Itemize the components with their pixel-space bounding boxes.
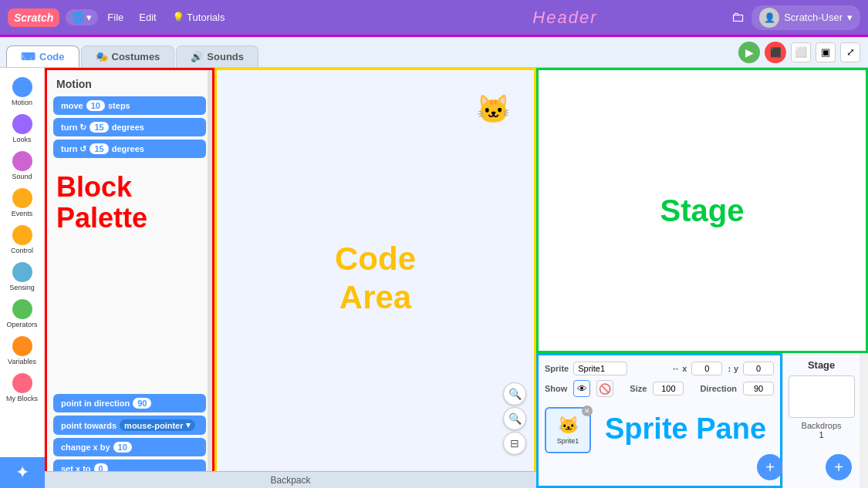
- globe-icon: 🌐: [72, 12, 84, 23]
- bulb-icon: 💡: [172, 12, 184, 23]
- add-backdrop-button[interactable]: +: [826, 454, 852, 480]
- looks-label: Looks: [12, 136, 31, 143]
- costumes-icon: 🎭: [96, 51, 108, 62]
- extension-button[interactable]: ✦: [0, 457, 45, 488]
- sidebar-item-motion[interactable]: Motion: [2, 74, 43, 109]
- sprite-pane: Sprite ↔ x ↕ y Show 👁 🚫 Size: [536, 353, 782, 488]
- edit-menu[interactable]: Edit: [133, 8, 162, 26]
- stage-panel: Stage Backdrops 1 +: [782, 353, 860, 488]
- myblocks-label: My Blocks: [6, 395, 38, 402]
- category-sidebar: Motion Looks Sound Events Control Sensin…: [0, 68, 45, 488]
- show-label: Show: [545, 384, 567, 393]
- sidebar-item-sound[interactable]: Sound: [2, 148, 43, 183]
- palette-scrollbar[interactable]: [208, 70, 212, 486]
- tab-sounds[interactable]: 🔊 Sounds: [176, 45, 258, 67]
- sprite-icon: 🐱: [476, 93, 511, 126]
- view-medium-button[interactable]: ▣: [816, 42, 836, 62]
- sprite-cat-icon: 🐱: [558, 416, 579, 436]
- y-label: ↕ y: [727, 364, 738, 373]
- view-small-button[interactable]: ⬜: [791, 42, 811, 62]
- control-dot: [12, 225, 32, 245]
- sprite-label: Sprite: [545, 364, 569, 373]
- block-point-direction[interactable]: point in direction 90: [53, 394, 206, 412]
- tab-costumes[interactable]: 🎭 Costumes: [81, 45, 175, 67]
- x-label: ↔ x: [671, 364, 687, 373]
- sidebar-item-variables[interactable]: Variables: [2, 333, 43, 369]
- scratch-logo[interactable]: Scratch: [8, 8, 59, 27]
- myblocks-dot: [12, 373, 32, 393]
- file-menu[interactable]: File: [101, 8, 130, 26]
- sprite-thumb-label: Sprite1: [557, 437, 579, 445]
- variables-label: Variables: [8, 358, 36, 365]
- sidebar-item-operators[interactable]: Operators: [2, 296, 43, 332]
- zoom-out-button[interactable]: 🔍: [503, 407, 526, 430]
- size-label: Size: [630, 384, 647, 393]
- stop-button[interactable]: ⬛: [765, 42, 786, 63]
- sidebar-item-control[interactable]: Control: [2, 222, 43, 257]
- operators-dot: [12, 299, 32, 319]
- show-row: Show 👁 🚫 Size Direction: [545, 380, 774, 397]
- add-sprite-button[interactable]: +: [757, 454, 783, 480]
- header-title: Header: [399, 8, 731, 28]
- motion-label: Motion: [12, 99, 32, 106]
- sprite-name-input[interactable]: [573, 362, 627, 375]
- code-icon: ⌨: [21, 51, 35, 62]
- fullscreen-button[interactable]: ⤢: [840, 42, 860, 62]
- size-input[interactable]: [653, 382, 684, 395]
- zoom-controls: 🔍 🔍 ⊟: [503, 382, 526, 455]
- header-nav: 🌐 ▾ File Edit 💡 Tutorials: [66, 8, 398, 26]
- direction-input[interactable]: [743, 382, 774, 395]
- sprite-pane-big-label: Sprite Pane: [597, 405, 774, 453]
- code-area[interactable]: 🐱 Code Area 🔍 🔍 ⊟: [214, 68, 536, 488]
- sensing-dot: [12, 262, 32, 282]
- header: Scratch 🌐 ▾ File Edit 💡 Tutorials Header…: [0, 0, 868, 37]
- sounds-icon: 🔊: [191, 51, 203, 62]
- chevron-down-icon: ▾: [847, 12, 853, 23]
- stage-panel-label: Stage: [808, 359, 835, 371]
- sidebar-item-looks[interactable]: Looks: [2, 111, 43, 146]
- tutorials-button[interactable]: 💡 Tutorials: [166, 8, 231, 26]
- sidebar-item-events[interactable]: Events: [2, 185, 43, 220]
- green-flag-button[interactable]: ▶: [738, 42, 760, 63]
- zoom-reset-button[interactable]: ⊟: [503, 432, 526, 455]
- backpack-label: Backpack: [270, 475, 310, 486]
- block-point-towards[interactable]: point towards mouse-pointer ▾: [53, 416, 206, 435]
- block-turn-cw[interactable]: turn ↻ 15 degrees: [53, 118, 206, 136]
- x-input[interactable]: [691, 362, 722, 375]
- show-visible-button[interactable]: 👁: [573, 380, 590, 397]
- sidebar-item-myblocks[interactable]: My Blocks: [2, 370, 43, 406]
- header-right: 🗀 👤 Scratch-User ▾: [731, 5, 860, 30]
- control-label: Control: [11, 247, 33, 254]
- tab-bar: ⌨ Code 🎭 Costumes 🔊 Sounds ▶ ⬛ ⬜ ▣ ⤢: [0, 37, 868, 68]
- right-panel: Stage Sprite ↔ x ↕ y Show: [536, 68, 868, 488]
- sidebar-item-sensing[interactable]: Sensing: [2, 259, 43, 294]
- sprite-thumb-sprite1[interactable]: ✕ 🐱 Sprite1: [545, 407, 591, 453]
- stage-label: Stage: [660, 194, 745, 228]
- variables-dot: [12, 336, 32, 356]
- tab-code[interactable]: ⌨ Code: [6, 45, 79, 67]
- block-change-x[interactable]: change x by 10: [53, 438, 206, 456]
- y-input[interactable]: [743, 362, 774, 375]
- sound-label: Sound: [12, 173, 32, 180]
- show-hidden-button[interactable]: 🚫: [596, 380, 613, 397]
- zoom-in-button[interactable]: 🔍: [503, 382, 526, 406]
- events-dot: [12, 188, 32, 208]
- block-move[interactable]: move 10 steps: [53, 96, 206, 115]
- globe-chevron: ▾: [86, 12, 92, 23]
- palette-big-label: Block Palette: [47, 160, 212, 239]
- stage-thumbnail[interactable]: [789, 375, 855, 418]
- backdrops-label: Backdrops: [802, 421, 842, 430]
- palette-header: Motion: [47, 70, 212, 95]
- globe-button[interactable]: 🌐 ▾: [66, 9, 98, 25]
- sound-dot: [12, 151, 32, 171]
- sprite-pane-wrapper: Sprite ↔ x ↕ y Show 👁 🚫 Size: [536, 353, 868, 488]
- direction-label: Direction: [700, 384, 737, 393]
- sprite-delete-badge[interactable]: ✕: [582, 406, 593, 416]
- operators-label: Operators: [6, 321, 37, 328]
- user-button[interactable]: 👤 Scratch-User ▾: [751, 5, 860, 30]
- main-area: Motion Looks Sound Events Control Sensin…: [0, 68, 868, 488]
- folder-icon[interactable]: 🗀: [731, 9, 745, 25]
- block-turn-ccw[interactable]: turn ↺ 15 degrees: [53, 140, 206, 158]
- username-label: Scratch-User: [784, 12, 843, 23]
- backpack-bar: Backpack: [45, 471, 536, 488]
